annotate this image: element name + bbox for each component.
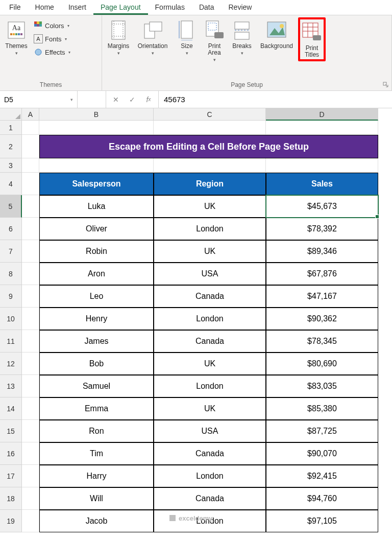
- table-cell[interactable]: Robin: [39, 240, 154, 263]
- row-header-17[interactable]: 17: [0, 465, 22, 487]
- col-header-A[interactable]: A: [22, 108, 39, 121]
- table-header[interactable]: Region: [154, 173, 266, 195]
- tab-formulas[interactable]: Formulas: [148, 0, 192, 15]
- cell-blank[interactable]: [154, 121, 266, 135]
- title-cell[interactable]: Escape from Editing a Cell Before Page S…: [39, 135, 378, 158]
- cell-blank[interactable]: [22, 510, 39, 532]
- enter-icon[interactable]: ✓: [127, 94, 138, 105]
- breaks-button[interactable]: Breaks▾: [229, 17, 255, 57]
- table-cell[interactable]: UK: [154, 397, 266, 420]
- cell-blank[interactable]: [22, 218, 39, 240]
- tab-home[interactable]: Home: [28, 0, 61, 15]
- table-cell[interactable]: $78,345: [266, 330, 378, 353]
- effects-button[interactable]: Effects▾: [32, 46, 72, 58]
- table-cell[interactable]: Tim: [39, 442, 154, 465]
- cell-blank[interactable]: [39, 121, 154, 135]
- table-cell[interactable]: London: [154, 375, 266, 397]
- table-cell[interactable]: Canada: [154, 285, 266, 308]
- table-header[interactable]: Salesperson: [39, 173, 154, 195]
- table-cell[interactable]: USA: [154, 420, 266, 442]
- table-cell[interactable]: Samuel: [39, 375, 154, 397]
- table-cell[interactable]: $89,346: [266, 240, 378, 263]
- print-titles-button[interactable]: Print Titles: [298, 17, 326, 61]
- table-cell[interactable]: James: [39, 330, 154, 353]
- cell-blank[interactable]: [22, 330, 39, 353]
- table-cell[interactable]: Aron: [39, 263, 154, 285]
- cancel-icon[interactable]: ✕: [110, 94, 121, 105]
- tab-file[interactable]: File: [2, 0, 28, 15]
- cell-blank[interactable]: [39, 158, 154, 173]
- cell-blank[interactable]: [22, 375, 39, 397]
- colors-button[interactable]: Colors▾: [32, 19, 72, 32]
- size-button[interactable]: Size▾: [174, 17, 200, 57]
- row-header-5[interactable]: 5: [0, 195, 22, 218]
- cell-blank[interactable]: [22, 158, 39, 173]
- cell-blank[interactable]: [22, 135, 39, 158]
- table-cell[interactable]: Harry: [39, 465, 154, 487]
- table-cell[interactable]: Canada: [154, 442, 266, 465]
- tab-review[interactable]: Review: [222, 0, 259, 15]
- col-header-B[interactable]: B: [39, 108, 154, 121]
- table-cell[interactable]: Luka: [39, 195, 154, 218]
- col-header-D[interactable]: D: [266, 108, 378, 121]
- table-cell[interactable]: Henry: [39, 308, 154, 330]
- table-cell[interactable]: London: [154, 465, 266, 487]
- table-cell[interactable]: London: [154, 308, 266, 330]
- row-header-8[interactable]: 8: [0, 263, 22, 285]
- table-cell[interactable]: $83,035: [266, 375, 378, 397]
- table-cell[interactable]: UK: [154, 240, 266, 263]
- table-cell[interactable]: $80,690: [266, 353, 378, 375]
- table-cell[interactable]: Ron: [39, 420, 154, 442]
- cell-blank[interactable]: [22, 487, 39, 510]
- cell-blank[interactable]: [22, 353, 39, 375]
- cell-blank[interactable]: [22, 121, 39, 135]
- table-cell[interactable]: $90,362: [266, 308, 378, 330]
- row-header-14[interactable]: 14: [0, 397, 22, 420]
- cell-blank[interactable]: [22, 173, 39, 195]
- row-header-10[interactable]: 10: [0, 308, 22, 330]
- table-cell[interactable]: $85,380: [266, 397, 378, 420]
- table-cell[interactable]: UK: [154, 353, 266, 375]
- row-header-15[interactable]: 15: [0, 420, 22, 442]
- table-cell[interactable]: $90,070: [266, 442, 378, 465]
- cell-blank[interactable]: [22, 397, 39, 420]
- cell-blank[interactable]: [266, 158, 378, 173]
- table-cell[interactable]: USA: [154, 263, 266, 285]
- cell-blank[interactable]: [22, 465, 39, 487]
- table-cell[interactable]: Leo: [39, 285, 154, 308]
- table-cell[interactable]: Oliver: [39, 218, 154, 240]
- fonts-button[interactable]: A Fonts▾: [32, 33, 72, 45]
- row-header-13[interactable]: 13: [0, 375, 22, 397]
- cell-blank[interactable]: [22, 420, 39, 442]
- print-area-button[interactable]: Print Area▾: [201, 17, 228, 63]
- tab-data[interactable]: Data: [192, 0, 222, 15]
- cell-blank[interactable]: [22, 442, 39, 465]
- fx-icon[interactable]: fx: [143, 94, 154, 105]
- formula-input[interactable]: 45673: [159, 95, 392, 104]
- table-cell[interactable]: $78,392: [266, 218, 378, 240]
- cell-blank[interactable]: [22, 195, 39, 218]
- table-cell[interactable]: Canada: [154, 330, 266, 353]
- cell-blank[interactable]: [22, 285, 39, 308]
- table-cell[interactable]: London: [154, 510, 266, 532]
- cell-blank[interactable]: [154, 158, 266, 173]
- cell-blank[interactable]: [22, 240, 39, 263]
- table-cell[interactable]: $92,415: [266, 465, 378, 487]
- margins-button[interactable]: Margins▾: [105, 17, 132, 57]
- table-cell[interactable]: Jacob: [39, 510, 154, 532]
- row-header-11[interactable]: 11: [0, 330, 22, 353]
- row-header-16[interactable]: 16: [0, 442, 22, 465]
- table-cell[interactable]: Canada: [154, 487, 266, 510]
- table-cell[interactable]: $97,105: [266, 510, 378, 532]
- row-header-18[interactable]: 18: [0, 487, 22, 510]
- cell-blank[interactable]: [22, 308, 39, 330]
- orientation-button[interactable]: Orientation▾: [133, 17, 173, 57]
- cell-blank[interactable]: [22, 263, 39, 285]
- row-header-12[interactable]: 12: [0, 353, 22, 375]
- select-all-button[interactable]: [0, 108, 22, 121]
- table-cell[interactable]: $45,673: [266, 195, 378, 218]
- tab-insert[interactable]: Insert: [61, 0, 93, 15]
- table-cell[interactable]: $87,725: [266, 420, 378, 442]
- themes-button[interactable]: Aa Themes ▾: [3, 17, 30, 57]
- table-cell[interactable]: Emma: [39, 397, 154, 420]
